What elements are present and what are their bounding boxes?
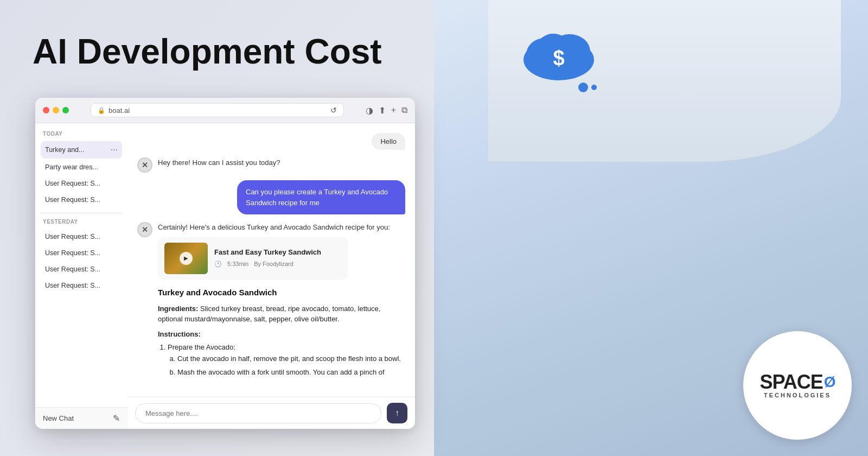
traffic-light-yellow[interactable] bbox=[53, 107, 59, 113]
send-icon: ↑ bbox=[395, 408, 399, 418]
sidebar-item-user2[interactable]: User Request: S... bbox=[41, 192, 122, 207]
recipe-instructions: Instructions: Prepare the Avocado: Cut t… bbox=[158, 329, 405, 378]
ai-avatar: ✕ bbox=[137, 157, 152, 173]
recipe-title: Turkey and Avocado Sandwich bbox=[158, 286, 405, 299]
sidebar-item-user1-text: User Request: S... bbox=[45, 180, 100, 187]
video-thumbnail: ▶ bbox=[164, 243, 208, 274]
sidebar-item-user1[interactable]: User Request: S... bbox=[41, 176, 122, 191]
traffic-light-red[interactable] bbox=[43, 107, 49, 113]
recipe-substep-1a: Cut the avocado in half, remove the pit,… bbox=[177, 353, 405, 365]
sidebar-item-user2-text: User Request: S... bbox=[45, 196, 100, 204]
video-card[interactable]: ▶ Fast and Easy Turkey Sandwich 🕐 5:33mi… bbox=[158, 237, 348, 280]
video-title: Fast and Easy Turkey Sandwich bbox=[214, 248, 321, 257]
new-chat-bar: New Chat ✎ bbox=[35, 407, 127, 429]
svg-text:$: $ bbox=[553, 47, 564, 69]
window-icon[interactable]: ⧉ bbox=[401, 105, 407, 116]
sidebar-item-turkey[interactable]: Turkey and... ··· bbox=[41, 141, 122, 159]
video-duration: 5:33min bbox=[227, 259, 248, 269]
chat-messages: Hello ✕ Hey there! How can I assist you … bbox=[127, 123, 415, 397]
dollar-cloud: $ bbox=[515, 22, 602, 81]
ai-recipe-response: ✕ Certainly! Here's a delicious Turkey a… bbox=[137, 222, 405, 381]
chat-input-field[interactable] bbox=[135, 403, 381, 423]
video-info: Fast and Easy Turkey Sandwich 🕐 5:33min … bbox=[214, 248, 321, 268]
share-icon[interactable]: ⬆ bbox=[379, 105, 386, 116]
lock-icon: 🔒 bbox=[98, 107, 105, 114]
ai-response-intro: Certainly! Here's a delicious Turkey and… bbox=[158, 222, 405, 233]
instructions-label: Instructions: bbox=[158, 329, 405, 340]
spaceo-logo: SPACE Ø TECHNOLOGIES bbox=[743, 331, 852, 440]
yesterday-label: YESTERDAY bbox=[41, 219, 122, 225]
sidebar-item-yuser3[interactable]: User Request: S... bbox=[41, 262, 122, 277]
traffic-lights bbox=[43, 107, 69, 113]
recipe-section: Turkey and Avocado Sandwich Ingredients:… bbox=[158, 286, 405, 378]
new-tab-icon[interactable]: + bbox=[391, 105, 396, 116]
today-label: TODAY bbox=[41, 131, 122, 137]
page-title: AI Development Cost bbox=[33, 33, 382, 71]
cloud-dots bbox=[578, 83, 597, 92]
browser-window: 🔒 boat.ai ↺ ◑ ⬆ + ⧉ TODAY Turkey and... … bbox=[35, 98, 415, 429]
new-chat-label: New Chat bbox=[43, 414, 74, 422]
sidebar-item-yuser2-text: User Request: S... bbox=[45, 249, 100, 257]
sidebar-item-yuser1[interactable]: User Request: S... bbox=[41, 229, 122, 244]
recipe-ingredients: Ingredients: Sliced turkey breast, bread… bbox=[158, 303, 405, 325]
recipe-substeps: Cut the avocado in half, remove the pit,… bbox=[168, 353, 405, 378]
user-hello-message: Hello bbox=[372, 133, 405, 150]
recipe-steps: Prepare the Avocado: Cut the avocado in … bbox=[158, 342, 405, 378]
sidebar-item-turkey-text: Turkey and... bbox=[45, 146, 85, 154]
chat-input-bar: ↑ bbox=[127, 397, 415, 429]
ai-greeting-bubble: Hey there! How can I assist you today? bbox=[158, 157, 280, 168]
user-recipe-request: Can you please create a Turkey and Avoca… bbox=[237, 180, 405, 214]
reload-icon[interactable]: ↺ bbox=[330, 106, 337, 115]
video-clock-icon: 🕐 bbox=[214, 259, 222, 269]
spaceo-name-row: SPACE Ø bbox=[760, 372, 835, 392]
cloud-dot-small bbox=[591, 85, 597, 90]
ai-avatar-2: ✕ bbox=[137, 222, 152, 237]
sidebar-item-party[interactable]: Party wear dres... bbox=[41, 160, 122, 175]
address-bar[interactable]: 🔒 boat.ai ↺ bbox=[91, 103, 344, 117]
browser-content: TODAY Turkey and... ··· Party wear dres.… bbox=[35, 123, 415, 429]
recipe-step-1: Prepare the Avocado: Cut the avocado in … bbox=[168, 342, 405, 378]
browser-actions: ◑ ⬆ + ⧉ bbox=[366, 105, 407, 116]
sidebar-item-yuser4[interactable]: User Request: S... bbox=[41, 278, 122, 293]
sidebar-item-party-text: Party wear dres... bbox=[45, 163, 98, 171]
url-text: boat.ai bbox=[108, 106, 130, 115]
send-button[interactable]: ↑ bbox=[387, 403, 407, 423]
ingredients-label: Ingredients: bbox=[158, 305, 198, 313]
theme-icon[interactable]: ◑ bbox=[366, 105, 373, 116]
video-meta: 🕐 5:33min By Foodylizard bbox=[214, 259, 321, 269]
video-play-button[interactable]: ▶ bbox=[180, 252, 193, 265]
sidebar-scroll: TODAY Turkey and... ··· Party wear dres.… bbox=[35, 123, 127, 407]
sidebar-item-yuser1-text: User Request: S... bbox=[45, 233, 100, 240]
sidebar-item-dots[interactable]: ··· bbox=[111, 145, 118, 155]
cloud-svg: $ bbox=[515, 22, 602, 81]
new-chat-icon[interactable]: ✎ bbox=[113, 413, 120, 423]
chat-main: Hello ✕ Hey there! How can I assist you … bbox=[127, 123, 415, 429]
spaceo-name: SPACE bbox=[760, 372, 822, 392]
sidebar-divider bbox=[41, 213, 122, 213]
video-author: By Foodylizard bbox=[254, 259, 293, 269]
chat-sidebar-container: TODAY Turkey and... ··· Party wear dres.… bbox=[35, 123, 127, 429]
traffic-light-green[interactable] bbox=[62, 107, 69, 113]
recipe-substep-1b: Mash the avocado with a fork until smoot… bbox=[177, 367, 405, 378]
cloud-container: $ bbox=[515, 22, 602, 81]
sidebar-item-yuser3-text: User Request: S... bbox=[45, 265, 100, 273]
sidebar-item-yuser4-text: User Request: S... bbox=[45, 282, 100, 289]
sidebar-item-yuser2[interactable]: User Request: S... bbox=[41, 245, 122, 261]
ai-recipe-bubble: Certainly! Here's a delicious Turkey and… bbox=[158, 222, 405, 381]
browser-toolbar: 🔒 boat.ai ↺ ◑ ⬆ + ⧉ bbox=[35, 98, 415, 123]
cloud-dot-large bbox=[578, 83, 588, 92]
spaceo-subtitle: TECHNOLOGIES bbox=[764, 392, 831, 398]
spaceo-zero: Ø bbox=[824, 375, 835, 390]
ai-greeting-message: ✕ Hey there! How can I assist you today? bbox=[137, 157, 405, 173]
